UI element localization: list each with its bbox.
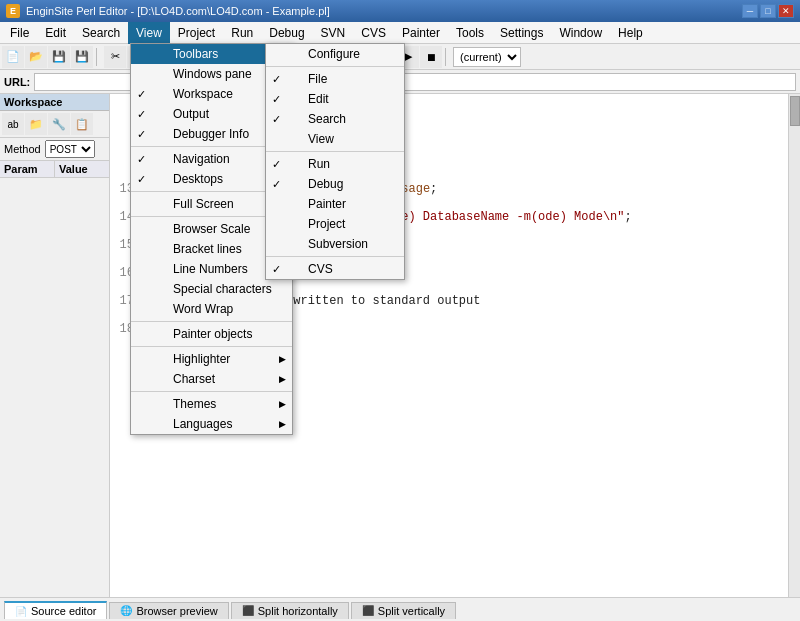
submenu-project[interactable]: Project [266,214,404,234]
bottom-tabs: 📄 Source editor 🌐 Browser preview ⬛ Spli… [0,597,800,621]
title-bar: E EnginSite Perl Editor - [D:\LO4D.com\L… [0,0,800,22]
submenu-configure[interactable]: Configure [266,44,404,64]
tab-source-editor[interactable]: 📄 Source editor [4,601,107,619]
menu-project[interactable]: Project [170,22,223,44]
tb-sep-6 [445,48,450,66]
sidebar-title: Workspace [0,94,109,111]
source-icon: 📄 [15,606,27,617]
submenu-edit[interactable]: Edit [266,89,404,109]
v-scrollbar[interactable] [788,94,800,597]
window-title: EnginSite Perl Editor - [D:\LO4D.com\LO4… [26,5,742,17]
menu-run[interactable]: Run [223,22,261,44]
menu-search[interactable]: Search [74,22,128,44]
tb-cut[interactable]: ✂ [104,46,126,68]
submenu-file[interactable]: File [266,69,404,89]
method-row: Method POST GET [0,138,109,161]
sidebar-btn-4[interactable]: 📋 [71,113,93,135]
tab-source-label: Source editor [31,605,96,617]
menu-item-special-chars[interactable]: Special characters [131,279,292,299]
menu-item-word-wrap[interactable]: Word Wrap [131,299,292,319]
minimize-button[interactable]: ─ [742,4,758,18]
tab-browser-preview[interactable]: 🌐 Browser preview [109,602,228,619]
menu-settings[interactable]: Settings [492,22,551,44]
menu-painter[interactable]: Painter [394,22,448,44]
submenu-cvs[interactable]: CVS [266,259,404,279]
method-label: Method [4,143,41,155]
sub-sep-3 [266,256,404,257]
menu-item-languages[interactable]: Languages [131,414,292,434]
menu-view[interactable]: View [128,22,170,44]
submenu-subversion[interactable]: Subversion [266,234,404,254]
menu-tools[interactable]: Tools [448,22,492,44]
tb-stop[interactable]: ⏹ [420,46,442,68]
tb-open[interactable]: 📂 [25,46,47,68]
v-scroll-thumb[interactable] [790,96,800,126]
app-icon: E [6,4,20,18]
sub-sep-1 [266,66,404,67]
menu-cvs[interactable]: CVS [353,22,394,44]
menu-item-themes[interactable]: Themes [131,394,292,414]
tb-sep-1 [96,48,101,66]
value-col-header: Value [55,161,109,177]
param-col-header: Param [0,161,55,177]
tab-split-v-label: Split vertically [378,605,445,617]
menu-help[interactable]: Help [610,22,651,44]
tab-browser-label: Browser preview [136,605,217,617]
browser-icon: 🌐 [120,605,132,616]
menu-debug[interactable]: Debug [261,22,312,44]
tb-saveall[interactable]: 💾 [71,46,93,68]
sidebar-btn-2[interactable]: 📁 [25,113,47,135]
tab-split-h-label: Split horizontally [258,605,338,617]
menu-bar: File Edit Search View Project Run Debug … [0,22,800,44]
submenu-debug[interactable]: Debug [266,174,404,194]
menu-item-painter-objects[interactable]: Painter objects [131,324,292,344]
tb-save[interactable]: 💾 [48,46,70,68]
menu-edit[interactable]: Edit [37,22,74,44]
tb-new[interactable]: 📄 [2,46,24,68]
sidebar: Workspace ab 📁 🔧 📋 Method POST GET Param… [0,94,110,597]
method-select[interactable]: POST GET [45,140,95,158]
toolbars-submenu: Configure File Edit Search View Run Debu… [265,43,405,280]
url-label: URL: [4,76,30,88]
submenu-view[interactable]: View [266,129,404,149]
tab-split-vertical[interactable]: ⬛ Split vertically [351,602,456,619]
split-v-icon: ⬛ [362,605,374,616]
split-h-icon: ⬛ [242,605,254,616]
tab-split-horizontal[interactable]: ⬛ Split horizontally [231,602,349,619]
submenu-painter[interactable]: Painter [266,194,404,214]
restore-button[interactable]: □ [760,4,776,18]
menu-window[interactable]: Window [551,22,610,44]
tb-current-combo[interactable]: (current) [453,47,521,67]
sidebar-toolbar: ab 📁 🔧 📋 [0,111,109,138]
menu-item-highlighter[interactable]: Highlighter [131,349,292,369]
submenu-search[interactable]: Search [266,109,404,129]
submenu-run[interactable]: Run [266,154,404,174]
menu-item-charset[interactable]: Charset [131,369,292,389]
close-button[interactable]: ✕ [778,4,794,18]
sep-6 [131,391,292,392]
param-header: Param Value [0,161,109,178]
menu-file[interactable]: File [2,22,37,44]
window-controls: ─ □ ✕ [742,4,794,18]
sidebar-btn-3[interactable]: 🔧 [48,113,70,135]
sub-sep-2 [266,151,404,152]
menu-svn[interactable]: SVN [313,22,354,44]
sep-4 [131,321,292,322]
sidebar-btn-1[interactable]: ab [2,113,24,135]
sep-5 [131,346,292,347]
